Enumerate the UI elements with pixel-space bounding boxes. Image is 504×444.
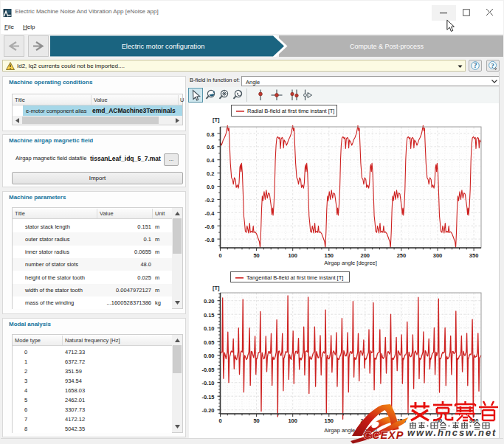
svg-text:0.8: 0.8 <box>207 131 214 138</box>
svg-text:[T]: [T] <box>213 117 220 123</box>
svg-text:250: 250 <box>397 252 407 259</box>
svg-text:150: 150 <box>325 252 334 259</box>
svg-text:100: 100 <box>288 252 297 259</box>
svg-text:Airgap angle [degree]: Airgap angle [degree] <box>324 260 377 266</box>
svg-text:0.6: 0.6 <box>207 144 214 150</box>
svg-text:?: ? <box>474 62 477 69</box>
svg-text:0.05: 0.05 <box>204 339 215 346</box>
svg-text:Compute & Post-process: Compute & Post-process <box>350 43 424 50</box>
svg-text:50: 50 <box>253 252 259 259</box>
svg-text:-0.10: -0.10 <box>201 380 214 386</box>
svg-text:0.20: 0.20 <box>204 298 215 305</box>
svg-text:300: 300 <box>433 252 443 259</box>
svg-text:0.0: 0.0 <box>207 184 214 190</box>
svg-text:0: 0 <box>218 417 221 424</box>
svg-text:[T]: [T] <box>213 285 220 291</box>
svg-text:200: 200 <box>361 252 370 259</box>
svg-text:350: 350 <box>469 252 479 259</box>
svg-text:0.10: 0.10 <box>204 325 215 332</box>
svg-text:50: 50 <box>253 417 259 424</box>
svg-text:0.15: 0.15 <box>204 312 215 319</box>
svg-text:0.2: 0.2 <box>207 170 214 177</box>
svg-text:-0.2: -0.2 <box>205 197 215 204</box>
svg-text:100: 100 <box>288 417 297 424</box>
svg-text:-0.6: -0.6 <box>205 223 215 230</box>
svg-text:-0.15: -0.15 <box>201 394 214 400</box>
svg-text:-0.20: -0.20 <box>201 407 214 414</box>
svg-text:150: 150 <box>325 417 334 424</box>
svg-text:-0.05: -0.05 <box>201 367 214 373</box>
svg-text:CCEXP: CCEXP <box>364 429 404 441</box>
svg-text:Electric motor configuration: Electric motor configuration <box>122 43 205 50</box>
svg-text:-0.4: -0.4 <box>205 210 215 217</box>
svg-text:0.4: 0.4 <box>207 157 215 164</box>
svg-text:?: ? <box>491 62 494 69</box>
svg-text:0.00: 0.00 <box>204 353 215 359</box>
svg-text:0: 0 <box>218 252 221 259</box>
svg-text:-0.8: -0.8 <box>205 237 215 243</box>
